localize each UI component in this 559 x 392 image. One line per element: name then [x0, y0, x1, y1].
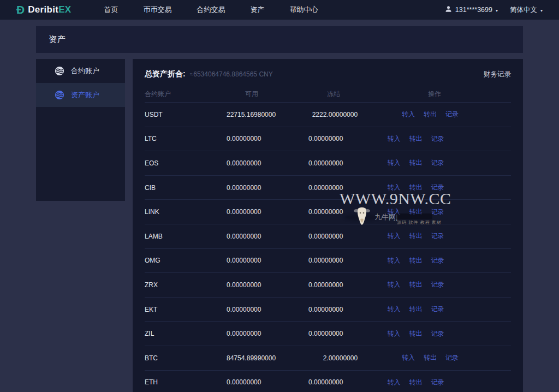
deribitex-logo-icon: Đ	[16, 4, 25, 15]
frozen-value: 2.00000000	[276, 354, 358, 362]
coin-name: CIB	[145, 184, 227, 192]
transfer-out-link[interactable]: 转出	[409, 329, 422, 338]
available-value: 84754.89990000	[227, 354, 276, 362]
frozen-value: 0.00000000	[261, 208, 343, 216]
record-link[interactable]: 记录	[431, 231, 444, 241]
available-value: 0.00000000	[227, 281, 261, 289]
user-account-menu[interactable]: 131****3699 ▾	[445, 5, 498, 14]
frozen-value: 0.00000000	[261, 281, 343, 289]
transfer-out-link[interactable]: 转出	[409, 134, 422, 144]
transfer-in-link[interactable]: 转入	[387, 183, 400, 192]
record-link[interactable]: 记录	[431, 158, 444, 168]
coin-name: OMG	[145, 257, 227, 264]
frozen-value: 0.00000000	[261, 184, 343, 192]
transfer-in-link[interactable]: 转入	[402, 110, 415, 119]
header-frozen: 冻结	[258, 90, 340, 99]
transfer-out-link[interactable]: 转出	[409, 158, 422, 168]
transfer-in-link[interactable]: 转入	[387, 231, 400, 241]
assets-panel: 总资产折合: ≈6534064746.8864565 CNY 财务记录 合约账户…	[133, 59, 523, 392]
chevron-down-icon: ▾	[496, 8, 498, 13]
top-navbar: Đ DeribitEX 首页 币币交易 合约交易 资产 帮助中心 131****…	[0, 0, 559, 20]
table-row: ZRX 0.00000000 0.00000000 转入 转出 记录	[145, 273, 511, 298]
available-value: 0.00000000	[227, 208, 261, 216]
record-link[interactable]: 记录	[431, 134, 444, 144]
table-row: LAMB 0.00000000 0.00000000 转入 转出 记录	[145, 224, 511, 249]
transfer-in-link[interactable]: 转入	[387, 207, 400, 217]
table-row: CIB 0.00000000 0.00000000 转入 转出 记录	[145, 176, 511, 200]
table-row: USDT 22715.16980000 2222.00000000 转入 转出 …	[145, 103, 511, 127]
user-icon	[445, 5, 452, 14]
transfer-out-link[interactable]: 转出	[409, 183, 422, 192]
nav-item-spot-trade[interactable]: 币币交易	[143, 5, 171, 15]
frozen-value: 0.00000000	[261, 135, 343, 142]
frozen-value: 0.00000000	[261, 306, 343, 313]
record-link[interactable]: 记录	[431, 256, 444, 265]
page-title: 资产	[49, 34, 66, 45]
nav-item-assets[interactable]: 资产	[250, 5, 264, 15]
coin-name: LTC	[145, 135, 227, 142]
transfer-in-link[interactable]: 转入	[387, 280, 400, 289]
available-value: 0.00000000	[227, 257, 261, 264]
transfer-in-link[interactable]: 转入	[387, 378, 400, 387]
coin-name: USDT	[145, 111, 227, 118]
main-nav: 首页 币币交易 合约交易 资产 帮助中心	[104, 5, 318, 15]
transfer-out-link[interactable]: 转出	[409, 305, 422, 314]
transfer-in-link[interactable]: 转入	[387, 256, 400, 265]
header-available: 可用	[227, 90, 258, 99]
transfer-in-link[interactable]: 转入	[387, 305, 400, 314]
table-row: ETH 0.00000000 0.00000000 转入 转出 记录	[145, 371, 511, 392]
table-row: ZIL 0.00000000 0.00000000 转入 转出 记录	[145, 322, 511, 346]
sidebar-item-asset-account[interactable]: 资产账户	[36, 83, 125, 107]
record-link[interactable]: 记录	[445, 353, 459, 363]
coin-account-icon	[55, 66, 64, 76]
coin-name: LINK	[145, 208, 227, 216]
language-selector[interactable]: 简体中文 ▾	[510, 5, 543, 15]
frozen-value: 2222.00000000	[276, 111, 358, 118]
record-link[interactable]: 记录	[431, 378, 444, 387]
transfer-out-link[interactable]: 转出	[409, 378, 422, 387]
nav-item-home[interactable]: 首页	[104, 5, 118, 15]
nav-item-help-center[interactable]: 帮助中心	[289, 5, 318, 15]
coin-name: EKT	[145, 306, 227, 313]
transfer-out-link[interactable]: 转出	[409, 231, 422, 241]
transfer-in-link[interactable]: 转入	[387, 329, 400, 338]
user-phone: 131****3699	[455, 6, 492, 14]
transfer-out-link[interactable]: 转出	[424, 353, 437, 363]
transfer-out-link[interactable]: 转出	[424, 110, 437, 119]
brand-logo[interactable]: Đ DeribitEX	[16, 4, 71, 16]
sidebar-item-label: 资产账户	[71, 90, 99, 100]
available-value: 0.00000000	[227, 184, 261, 192]
transfer-out-link[interactable]: 转出	[409, 280, 422, 289]
header-contract-account: 合约账户	[145, 90, 227, 99]
table-row: EOS 0.00000000 0.00000000 转入 转出 记录	[145, 151, 511, 176]
frozen-value: 0.00000000	[261, 159, 343, 167]
record-link[interactable]: 记录	[431, 207, 444, 217]
available-value: 0.00000000	[227, 233, 261, 240]
available-value: 0.00000000	[227, 159, 261, 167]
frozen-value: 0.00000000	[261, 378, 343, 386]
record-link[interactable]: 记录	[431, 183, 444, 192]
transfer-in-link[interactable]: 转入	[387, 158, 400, 168]
total-assets-label: 总资产折合:	[145, 69, 186, 79]
asset-table-body: USDT 22715.16980000 2222.00000000 转入 转出 …	[133, 103, 523, 392]
available-value: 0.00000000	[227, 378, 261, 386]
record-link[interactable]: 记录	[431, 305, 444, 314]
record-link[interactable]: 记录	[445, 110, 459, 119]
nav-item-contract-trade[interactable]: 合约交易	[197, 5, 225, 15]
financial-records-link[interactable]: 财务记录	[484, 70, 511, 79]
available-value: 0.00000000	[227, 135, 261, 142]
transfer-in-link[interactable]: 转入	[402, 353, 415, 363]
transfer-out-link[interactable]: 转出	[409, 207, 422, 217]
coin-name: BTC	[145, 354, 227, 362]
record-link[interactable]: 记录	[431, 280, 444, 289]
sidebar-item-contract-account[interactable]: 合约账户	[36, 59, 125, 83]
page-title-banner: 资产	[36, 26, 523, 53]
transfer-out-link[interactable]: 转出	[409, 256, 422, 265]
total-assets-value: ≈6534064746.8864565 CNY	[190, 70, 273, 78]
record-link[interactable]: 记录	[431, 329, 444, 338]
available-value: 22715.16980000	[227, 111, 276, 118]
frozen-value: 0.00000000	[261, 233, 343, 240]
transfer-in-link[interactable]: 转入	[387, 134, 400, 144]
table-row: LINK 0.00000000 0.00000000 转入 转出 记录	[145, 200, 511, 224]
table-row: BTC 84754.89990000 2.00000000 转入 转出 记录	[145, 346, 511, 371]
